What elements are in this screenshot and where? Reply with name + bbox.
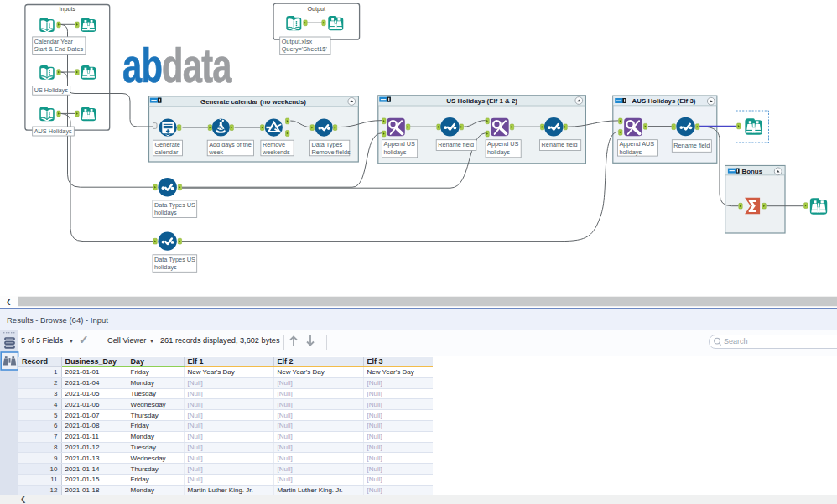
svg-text:Generate calendar (no weekends: Generate calendar (no weekends) xyxy=(200,98,306,106)
svg-text:Query='Sheet1$': Query='Sheet1$' xyxy=(282,45,328,53)
svg-text:Append US: Append US xyxy=(487,140,518,148)
svg-text:Inputs: Inputs xyxy=(60,5,76,13)
svg-text:Bonus: Bonus xyxy=(742,168,763,175)
svg-text:Output.xlsx: Output.xlsx xyxy=(282,38,313,45)
svg-text:Start & End Dates: Start & End Dates xyxy=(34,45,84,53)
svg-text:Append AUS: Append AUS xyxy=(619,140,654,148)
svg-text:Remove fields: Remove fields xyxy=(311,148,351,156)
svg-text:calendar: calendar xyxy=(154,148,179,156)
svg-text:Data Types US: Data Types US xyxy=(154,201,195,209)
svg-text:holidays: holidays xyxy=(619,148,642,156)
svg-text:weekends: weekends xyxy=(262,148,290,156)
svg-text:Data Types: Data Types xyxy=(311,141,342,148)
svg-text:Add days of the: Add days of the xyxy=(209,141,252,148)
svg-text:holidays: holidays xyxy=(487,148,510,156)
svg-text:Rename field: Rename field xyxy=(438,141,474,148)
svg-text:holidays: holidays xyxy=(384,148,407,156)
svg-text:US Holidays: US Holidays xyxy=(34,86,68,94)
svg-text:Append US: Append US xyxy=(384,140,415,148)
svg-text:AUS Holidays: AUS Holidays xyxy=(34,127,72,135)
svg-text:Remove: Remove xyxy=(263,141,285,148)
svg-text:Data Types US: Data Types US xyxy=(154,256,195,263)
svg-text:holidays: holidays xyxy=(154,263,177,271)
svg-text:Rename field: Rename field xyxy=(542,141,578,148)
svg-text:holidays: holidays xyxy=(154,209,177,216)
svg-text:Rename field: Rename field xyxy=(673,142,710,149)
svg-text:AUS Holidays (Elf 3): AUS Holidays (Elf 3) xyxy=(632,97,696,105)
svg-text:week: week xyxy=(208,148,223,156)
svg-text:US Holidays (Elf 1 & 2): US Holidays (Elf 1 & 2) xyxy=(446,97,517,105)
svg-text:Calendar Year: Calendar Year xyxy=(34,38,74,45)
svg-text:Output: Output xyxy=(308,5,326,13)
svg-text:Generate: Generate xyxy=(154,141,179,148)
